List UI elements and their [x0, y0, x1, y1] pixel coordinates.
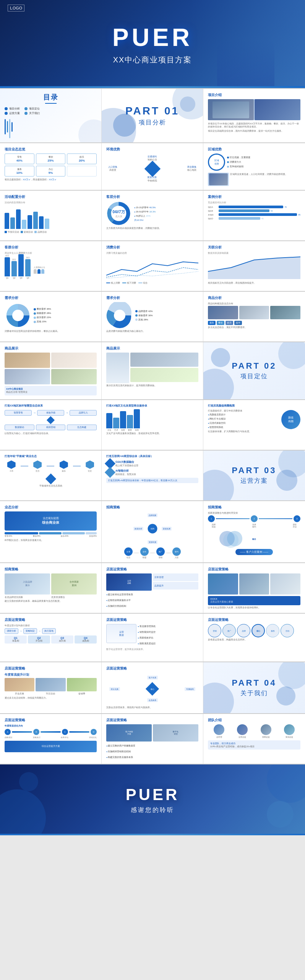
- cell-part02: PART 02 项目定位: [203, 342, 305, 399]
- part04-num: PART 04: [232, 678, 277, 688]
- cover-slide: LOGO PUER XX中心商业项目方案: [0, 0, 305, 88]
- cell-operation2: 店面运营策略 XXXX 店面运营方案核心要素 以专业化运营团队为支撑，实现商业价…: [203, 563, 305, 613]
- part03-num: PART 03: [232, 466, 277, 475]
- cell-target2: 打造XX地区文化发展型商业服务体 文化 艺术 创意 教育: [102, 400, 203, 450]
- cell-part04: PART 04 关于我们: [203, 662, 305, 713]
- cell-goods-display2: 商品展示 展示区采用沉浸式体验设计，提升顾客消费体验。: [102, 342, 203, 399]
- row-3: 活动配置分析 活动内容及周期分布 节假日活动 促销活动 品牌活动 客层分析: [0, 191, 305, 240]
- logo: LOGO: [8, 5, 24, 11]
- cell-part03: PART 03 运营方案: [203, 451, 305, 500]
- row-12: 店面运营策略 年度客流提升计划 开业庆典 节日活动 促销季 通过多元化活动矩阵，…: [0, 662, 305, 713]
- cell-goods: 商品分析 商品结构规划及业态分布 服装 餐饮 娱乐 超市 多元化业态组合，满足不…: [203, 292, 305, 341]
- svg-point-5: [12, 310, 24, 321]
- cell-goods-display1: 商品展示 XX中心商业项目 精品生活馆·智慧商业: [0, 342, 102, 399]
- part01-num: PART 01: [125, 105, 179, 117]
- row-13: 店面运营策略 年度客流优化方向 A B C D 战略规划 策略执行 效果评估 持…: [0, 714, 305, 764]
- cell-consumption: 消费分析 消费习惯及偏好趋势 线上消费 线下消费 综合: [102, 241, 203, 291]
- row-11: 店面运营策略 年度运营计划与执行路径 调研分析 → 策略制定 → 执行落地 Q1…: [0, 614, 305, 662]
- cell-recruit3: 招商策略 入驻品牌展示 名优品牌优先招募 合作商家案例 优质资源整合 建立完善的…: [0, 563, 102, 613]
- cell-demand1: 需求分析 餐饮需求 35% 购物需求 28% 娱乐需求 22% 其他 15% 消…: [0, 292, 102, 341]
- cell-target3: 打造滨高颜值商圈氛围 打造颜值经济，吸引年轻消费群体 高颜值店面设计 网红打卡点…: [203, 400, 305, 450]
- cell-activity: 活动配置分析 活动内容及周期分布 节假日活动 促销活动 品牌活动: [0, 191, 102, 240]
- part02-label: 项目定位: [240, 372, 268, 381]
- cell-target1: 打造XX地区标杆智慧型业态体系 智慧零售 → 体验升级 → 品牌引入 数据驱动 …: [0, 400, 102, 450]
- cell-team: 团队介绍 总经理 运营总监 招商总监 策划总监: [203, 714, 305, 764]
- cell-part01: PART 01 项目分析: [102, 89, 203, 142]
- row-2: 项目业态总览 零售40% 餐饮25% 娱乐20% 服务10% 办公5% 项目总建…: [0, 143, 305, 190]
- cell-operation4: 店面运营策略 运营数据 客流量管理系统 销售额实时监控 商家绩效评估 顾客满意度…: [102, 614, 203, 662]
- cell-operation3: 店面运营策略 年度运营计划与执行路径 调研分析 → 策略制定 → 执行落地 Q1…: [0, 614, 102, 662]
- cell-recruit1: 招商策略 招商 品牌招募 资源对接 政策扶持 渠道拓展 分享 社交 合作: [102, 501, 203, 562]
- cell-correlation: 关联分析 数据关联及影响因素 相关指标呈正向关联趋势，商业氛围持续提升。: [203, 241, 305, 291]
- cell-operation9: 店面运营策略 客户体验升级 数字化转型 建立完整的用户画像数据库 实施精准营销推…: [102, 714, 203, 764]
- toc-title: 目录: [5, 93, 97, 102]
- cell-operation7: 店面运营策略 核心 客户关系 会员体系 积分兑换 专属福利 完善会员管理体系，增…: [102, 662, 203, 713]
- cell-operation8: 店面运营策略 年度客流优化方向 A B C D 战略规划 策略执行 效果评估 持…: [0, 714, 102, 764]
- part04-label: 关于我们: [240, 689, 268, 697]
- cell-target4: 打造年轻"平衡城"商业生态 工作 生活 娱乐: [0, 451, 102, 500]
- cell-recruit2: 招商策略 招商资源整合与推进时序安排 1 2 3 品牌筛选 洽谈签约 进驻开业: [203, 501, 305, 562]
- cell-finance: 业态分析 业态规划蓝图综合商业体 零售40% 餐饮25% 娱乐20% 其他15%…: [0, 501, 102, 562]
- slide-thanks: PUER 感谢您的聆听: [0, 764, 305, 835]
- row-10: 招商策略 入驻品牌展示 名优品牌优先招募 合作商家案例 优质资源整合 建立完善的…: [0, 563, 305, 613]
- cover-title: PUER: [112, 23, 193, 52]
- cell-floor: 客层分析 04#7万 总人次 25-35岁青年 46.5% 35-50岁中年 1…: [102, 191, 203, 240]
- part01-label: 项目分析: [139, 119, 166, 127]
- row-7: 打造XX地区标杆智慧型业态体系 智慧零售 → 体验升级 → 品牌引入 数据驱动 …: [0, 400, 305, 450]
- thanks-title: PUER: [126, 786, 180, 804]
- row-6: 商品展示 XX中心商业项目 精品生活馆·智慧商业 商品展示 展示区采用沉浸式体验…: [0, 342, 305, 399]
- customer-service-btn[interactable]: —— 客户入驻案例 ——: [235, 549, 273, 555]
- cell-case: 案例分析 竞品项目对比分析 项目A 70 项目B 55 本项目 85: [203, 191, 305, 240]
- row-4: 客群分析 周边常住人口及消费力分析 30万 Q1 25万 Q2 35万 Q3 2…: [0, 241, 305, 291]
- cell-operation6: 店面运营策略 年度客流提升计划 开业庆典 节日活动 促销季 通过多元化活动矩阵，…: [0, 662, 102, 713]
- cell-operation1: 店面运营策略 运营战略 日常管理 品质提升 建立标准化运营管理体系 定期培训商家…: [102, 563, 203, 613]
- cell-target5: 打造互联网+AI商贸综合体（具体目标） O2A大数据融合 线上线下深度融合运营 …: [102, 451, 203, 500]
- svg-point-7: [114, 310, 125, 321]
- cell-customer: 客群分析 周边常住人口及消费力分析 30万 Q1 25万 Q2 35万 Q3 2…: [0, 241, 102, 291]
- row-8: 打造年轻"平衡城"商业生态 工作 生活 娱乐: [0, 451, 305, 500]
- part02-num: PART 02: [232, 361, 277, 371]
- cell-toc: 目录 项目分析 项目定位 运营方案 关于我们: [0, 89, 102, 142]
- thanks-text: 感谢您的聆听: [131, 806, 174, 814]
- row-9: 业态分析 业态规划蓝图综合商业体 零售40% 餐饮25% 娱乐20% 其他15%…: [0, 501, 305, 562]
- row-5: 需求分析 餐饮需求 35% 购物需求 28% 娱乐需求 22% 其他 15% 消…: [0, 292, 305, 341]
- cell-demand2: 需求分析 品牌需求 42% 体验需求 30% 其他 28% 品质消费与体验消费成…: [102, 292, 203, 341]
- cell-overview: 项目业态总览 零售40% 餐饮25% 娱乐20% 服务10% 办公5% 项目总建…: [0, 143, 102, 190]
- part03-label: 运营方案: [240, 477, 268, 485]
- row-1: 目录 项目分析 项目定位 运营方案 关于我们 PART 01 项目分析: [0, 89, 305, 142]
- cell-operation5: 店面运营策略 营销 推广 品牌 核心 服务 活动: [203, 614, 305, 662]
- cell-market: 区域优势 区域优势 区位优越，交通便捷 消费潜力大 竞争相对较弱: [203, 143, 305, 190]
- cell-env: 环境优势 交通便利地铁/公交 配套完善学校/医院 人口密集高密度 商业聚集核心地…: [102, 143, 203, 190]
- cell-project-intro: 项目介绍 本项目位于XX市核心地段，总建筑面积约XX万平方米，集购物、餐饮、娱乐…: [203, 89, 305, 142]
- cover-subtitle: XX中心商业项目方案: [113, 55, 192, 65]
- toc-item-1: 项目分析 项目定位: [5, 107, 97, 111]
